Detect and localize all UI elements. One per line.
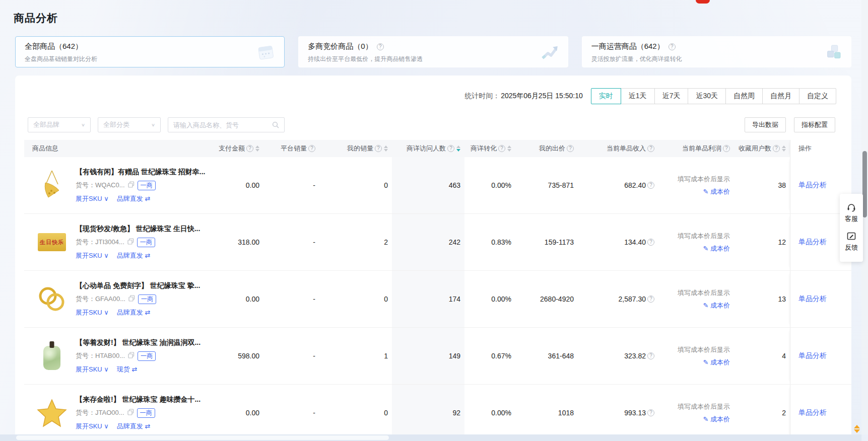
expand-sku-link[interactable]: 展开SKU ∨	[76, 308, 109, 317]
product-links-row: 展开SKU ∨品牌直发 ⇄	[76, 251, 200, 260]
trend-arrow-icon	[540, 42, 561, 63]
product-sku: 货号：HTAB00...	[76, 351, 125, 360]
column-header-4[interactable]: 商详访问人数?	[392, 140, 464, 157]
help-icon[interactable]: ?	[669, 43, 676, 50]
search-input[interactable]	[173, 121, 272, 129]
sort-icon[interactable]	[782, 145, 786, 152]
vertical-scrollbar-thumb[interactable]	[862, 151, 867, 217]
copy-icon[interactable]	[127, 238, 134, 246]
single-product-analysis-link[interactable]: 单品分析	[798, 408, 827, 417]
column-header-3[interactable]: 我的销量?	[319, 140, 392, 157]
help-icon[interactable]: ?	[377, 43, 384, 50]
help-icon[interactable]: ?	[375, 145, 382, 152]
search-icon[interactable]	[272, 121, 279, 128]
single-product-analysis-link[interactable]: 单品分析	[798, 181, 827, 190]
card-all-products[interactable]: 全部商品（642） 全盘商品基础销量对比分析	[15, 36, 285, 67]
time-range-button[interactable]: 自然月	[762, 88, 799, 104]
card-multi-bid-products[interactable]: 多商竞价商品（0） ? 持续出价至平台最低价，提升商品销售渗透	[298, 36, 568, 67]
single-product-analysis-link[interactable]: 单品分析	[798, 238, 827, 247]
column-label: 商品信息	[32, 144, 58, 153]
horizontal-scrollbar[interactable]	[0, 434, 861, 441]
column-label: 支付金额	[219, 144, 245, 153]
product-text-col: 【来存金啦!】 世纪缘珠宝 趣味攒金十...货号：JTAO00...一商展开SK…	[76, 395, 201, 431]
product-sku: 货号：GFAA00...	[76, 295, 125, 304]
cost-price-link[interactable]: ✎ 成本价	[703, 415, 730, 424]
product-thumbnail[interactable]	[36, 340, 68, 372]
card-title: 全部商品（642）	[25, 42, 83, 51]
help-icon[interactable]: ?	[447, 145, 454, 152]
card-subtitle: 灵活投放扩流量，优化商详提转化	[591, 55, 842, 63]
horizontal-scrollbar-thumb[interactable]	[16, 435, 389, 440]
help-icon[interactable]: ?	[647, 409, 654, 416]
help-icon[interactable]: ?	[567, 145, 574, 152]
favorites-cell: 4	[734, 328, 790, 384]
help-icon[interactable]: ?	[308, 145, 315, 152]
help-icon[interactable]: ?	[498, 145, 505, 152]
expand-sku-link[interactable]: 展开SKU ∨	[76, 251, 109, 260]
sort-icon[interactable]	[255, 145, 259, 152]
category-filter-select[interactable]: 全部分类 ∨	[98, 117, 161, 132]
time-range-button[interactable]: 自定义	[799, 88, 836, 104]
my-sales-cell: 0	[319, 271, 392, 327]
profit-cell: 填写成本价后显示✎ 成本价	[658, 214, 734, 270]
cost-price-link[interactable]: ✎ 成本价	[703, 244, 730, 253]
feedback-button[interactable]: 反馈	[845, 229, 858, 255]
expand-sku-link[interactable]: 展开SKU ∨	[76, 194, 109, 203]
product-thumbnail[interactable]: 生日快乐	[36, 227, 68, 258]
export-data-button[interactable]: 导出数据	[745, 117, 786, 132]
column-header-9[interactable]: 收藏用户数?	[734, 140, 790, 157]
help-icon[interactable]: ?	[647, 182, 654, 189]
my-bid-cell: 159-1173	[515, 214, 578, 270]
product-thumbnail[interactable]	[36, 397, 68, 428]
help-icon[interactable]: ?	[647, 352, 654, 359]
copy-icon[interactable]	[128, 352, 135, 360]
sort-icon[interactable]	[384, 145, 388, 152]
single-product-analysis-link[interactable]: 单品分析	[798, 295, 827, 304]
conversion-cell: 0.83%	[464, 214, 515, 270]
time-range-button[interactable]: 近7天	[654, 88, 689, 104]
metrics-config-button[interactable]: 指标配置	[794, 117, 835, 132]
scroll-corner-arrows[interactable]	[854, 425, 860, 433]
time-range-button[interactable]: 自然周	[725, 88, 763, 104]
help-icon[interactable]: ?	[647, 145, 654, 152]
fulfillment-link[interactable]: 现货 ⇄	[117, 365, 138, 374]
time-range-button[interactable]: 近1天	[621, 88, 655, 104]
brand-filter-select[interactable]: 全部品牌 ∨	[28, 117, 91, 132]
product-title: 【有钱有闲】有赠品 世纪缘珠宝 招财幸...	[76, 168, 205, 177]
cost-price-link[interactable]: ✎ 成本价	[703, 301, 730, 310]
column-label: 商详访问人数	[407, 144, 446, 153]
single-product-analysis-link[interactable]: 单品分析	[798, 351, 827, 360]
fulfillment-link[interactable]: 品牌直发 ⇄	[117, 308, 151, 317]
help-icon[interactable]: ?	[723, 145, 730, 152]
cost-price-link[interactable]: ✎ 成本价	[703, 358, 730, 367]
fulfillment-link[interactable]: 品牌直发 ⇄	[117, 194, 151, 203]
column-header-8: 当前单品利润?	[658, 140, 734, 157]
copy-icon[interactable]	[128, 181, 135, 189]
product-thumbnail[interactable]	[36, 170, 68, 201]
help-icon[interactable]: ?	[773, 145, 780, 152]
expand-sku-link[interactable]: 展开SKU ∨	[76, 422, 109, 431]
column-label: 操作	[798, 144, 812, 153]
help-icon[interactable]: ?	[647, 239, 654, 246]
time-range-button[interactable]: 近30天	[688, 88, 726, 104]
help-icon[interactable]: ?	[647, 296, 654, 303]
customer-service-label: 客服	[845, 214, 858, 224]
help-icon[interactable]: ?	[246, 145, 253, 152]
favorites-cell: 13	[734, 271, 790, 327]
customer-service-button[interactable]: 客服	[845, 200, 858, 226]
time-range-button[interactable]: 实时	[591, 88, 621, 104]
column-header-5[interactable]: 商详转化?	[464, 140, 515, 157]
sort-icon[interactable]	[507, 145, 511, 152]
product-thumbnail[interactable]	[36, 283, 68, 315]
column-header-1[interactable]: 支付金额?	[212, 140, 263, 157]
expand-sku-link[interactable]: 展开SKU ∨	[76, 365, 109, 374]
sort-desc-active-icon[interactable]	[456, 145, 460, 152]
cost-price-link[interactable]: ✎ 成本价	[703, 187, 730, 196]
copy-icon[interactable]	[128, 295, 135, 303]
product-title: 【等着发财!】 世纪缘珠宝 油润温润双...	[76, 338, 201, 347]
fulfillment-link[interactable]: 品牌直发 ⇄	[117, 251, 151, 260]
card-single-merchant-products[interactable]: 一商运营商品（642） ? 灵活投放扩流量，优化商详提转化	[582, 36, 851, 67]
product-text-col: 【现货秒发/救急】 世纪缘珠宝 生日快...货号：JTI3004...一商展开S…	[76, 225, 200, 260]
fulfillment-link[interactable]: 品牌直发 ⇄	[117, 422, 151, 431]
copy-icon[interactable]	[127, 409, 134, 417]
